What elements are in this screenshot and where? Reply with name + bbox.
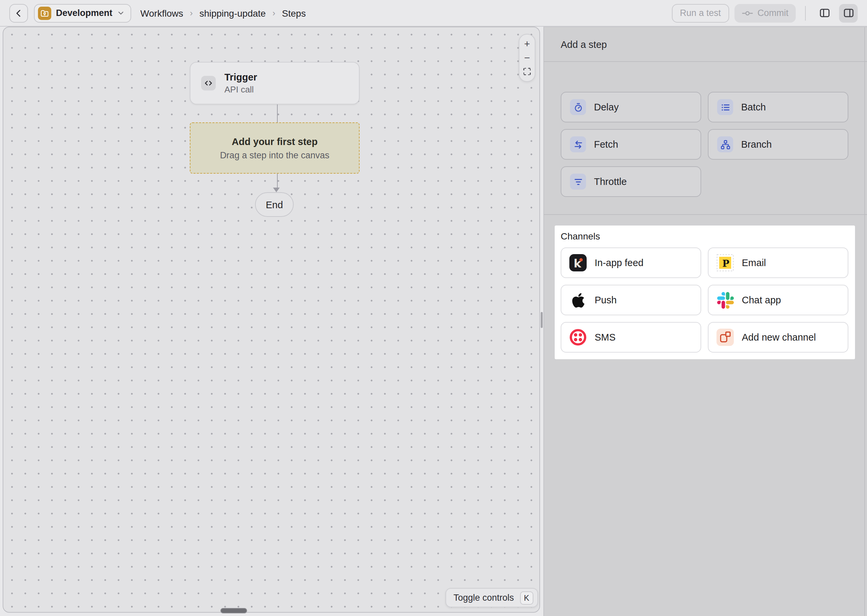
zoom-in-button[interactable]: + bbox=[520, 38, 534, 51]
postmark-logo-icon: P bbox=[717, 254, 734, 272]
trigger-node[interactable]: Trigger API call bbox=[190, 62, 359, 104]
apple-logo-icon bbox=[569, 291, 586, 309]
end-node: End bbox=[255, 192, 294, 217]
horizontal-scrollbar-thumb[interactable] bbox=[221, 608, 247, 613]
connector-line bbox=[277, 104, 278, 123]
trigger-node-title: Trigger bbox=[224, 71, 257, 84]
function-label: Delay bbox=[594, 102, 619, 112]
dropzone-subtitle: Drag a step into the canvas bbox=[220, 150, 329, 160]
function-fetch-button[interactable]: Fetch bbox=[561, 129, 701, 160]
environment-folder-icon bbox=[38, 6, 51, 20]
keyboard-shortcut-key: K bbox=[520, 591, 533, 604]
channel-in-app-feed-button[interactable]: k In-app feed bbox=[561, 247, 701, 278]
end-node-label: End bbox=[266, 199, 283, 210]
environment-label: Development bbox=[56, 8, 112, 18]
add-first-step-dropzone[interactable]: Add your first step Drag a step into the… bbox=[190, 123, 359, 174]
function-throttle-button[interactable]: Throttle bbox=[561, 166, 701, 197]
channel-label: In-app feed bbox=[595, 258, 643, 268]
channel-label: Chat app bbox=[742, 295, 781, 305]
function-delay-button[interactable]: Delay bbox=[561, 92, 701, 123]
commit-button[interactable]: Commit bbox=[734, 4, 796, 22]
function-label: Fetch bbox=[594, 139, 618, 150]
function-label: Batch bbox=[741, 102, 766, 112]
workflow-builder-app: Development Workflows › shipping-update … bbox=[0, 0, 867, 616]
breadcrumb-separator: › bbox=[272, 8, 275, 18]
breadcrumb-workflows[interactable]: Workflows bbox=[140, 8, 183, 18]
toggle-controls-label: Toggle controls bbox=[454, 593, 514, 603]
vertical-scrollbar-thumb[interactable] bbox=[541, 312, 543, 328]
dropzone-title: Add your first step bbox=[232, 136, 318, 147]
breadcrumb-separator: › bbox=[190, 8, 193, 18]
add-channel-blocks-icon bbox=[717, 328, 734, 346]
chevron-left-icon bbox=[14, 8, 23, 17]
functions-grid: Delay Batch bbox=[561, 92, 848, 197]
connector-line bbox=[277, 174, 278, 188]
toggle-right-panel-button[interactable] bbox=[839, 4, 858, 22]
channels-section-label: Channels bbox=[561, 231, 600, 242]
panel-title: Add a step bbox=[561, 39, 607, 50]
panel-right-icon bbox=[843, 7, 854, 19]
panel-left-icon bbox=[819, 7, 830, 19]
add-step-panel: Add a step Functions Delay bbox=[543, 27, 867, 616]
channel-sms-button[interactable]: SMS bbox=[561, 322, 701, 353]
channel-chat-app-button[interactable]: Chat app bbox=[708, 285, 848, 315]
fetch-arrows-icon bbox=[570, 137, 586, 152]
minus-icon: − bbox=[524, 52, 530, 64]
fit-view-button[interactable] bbox=[520, 65, 534, 78]
run-a-test-button[interactable]: Run a test bbox=[672, 4, 729, 22]
breadcrumb-steps[interactable]: Steps bbox=[282, 8, 306, 18]
function-branch-button[interactable]: Branch bbox=[708, 129, 848, 160]
section-divider bbox=[544, 214, 867, 215]
branch-sitemap-icon bbox=[717, 137, 733, 152]
channel-label: SMS bbox=[595, 332, 616, 343]
channel-push-button[interactable]: Push bbox=[561, 285, 701, 315]
function-label: Branch bbox=[741, 139, 772, 150]
panel-header: Add a step bbox=[544, 27, 867, 62]
fit-view-icon bbox=[523, 67, 531, 76]
breadcrumb: Workflows › shipping-update › Steps bbox=[140, 8, 306, 18]
channel-label: Add new channel bbox=[742, 332, 816, 343]
git-commit-icon bbox=[741, 9, 753, 16]
chevron-down-icon bbox=[117, 9, 125, 17]
trigger-node-subtitle: API call bbox=[224, 84, 257, 95]
channels-spotlight-card: Channels k In-app feed bbox=[555, 226, 855, 359]
toggle-left-panel-button[interactable] bbox=[815, 4, 834, 22]
toggle-controls-button[interactable]: Toggle controls K bbox=[446, 588, 538, 607]
channel-label: Push bbox=[595, 295, 616, 305]
toolbar: Development Workflows › shipping-update … bbox=[0, 0, 867, 27]
channel-email-button[interactable]: P Email bbox=[708, 247, 848, 278]
function-label: Throttle bbox=[594, 176, 627, 187]
code-icon bbox=[201, 76, 216, 91]
delay-stopwatch-icon bbox=[570, 99, 586, 115]
batch-list-icon bbox=[717, 99, 733, 115]
back-button[interactable] bbox=[9, 4, 28, 22]
slack-logo-icon bbox=[717, 291, 734, 309]
workflow-canvas[interactable]: Trigger API call Add your first step Dra… bbox=[3, 27, 540, 613]
add-new-channel-button[interactable]: Add new channel bbox=[708, 322, 848, 353]
environment-switcher[interactable]: Development bbox=[34, 4, 131, 22]
channels-grid: k In-app feed P Email bbox=[561, 247, 848, 353]
plus-icon: + bbox=[524, 38, 530, 50]
svg-text:P: P bbox=[722, 258, 729, 269]
panel-scrollbar-track[interactable] bbox=[864, 27, 865, 616]
throttle-lines-icon bbox=[570, 174, 586, 190]
connector-arrowhead-icon bbox=[273, 188, 280, 192]
commit-label: Commit bbox=[757, 8, 788, 18]
toolbar-actions: Run a test Commit bbox=[672, 4, 858, 22]
canvas-zoom-controls: + − bbox=[519, 34, 535, 82]
zoom-out-button[interactable]: − bbox=[520, 51, 534, 64]
toolbar-divider bbox=[805, 6, 806, 20]
breadcrumb-workflow-name[interactable]: shipping-update bbox=[199, 8, 266, 18]
channel-label: Email bbox=[742, 258, 766, 268]
twilio-logo-icon bbox=[569, 328, 586, 346]
knock-logo-icon: k bbox=[569, 254, 586, 272]
function-batch-button[interactable]: Batch bbox=[708, 92, 848, 123]
